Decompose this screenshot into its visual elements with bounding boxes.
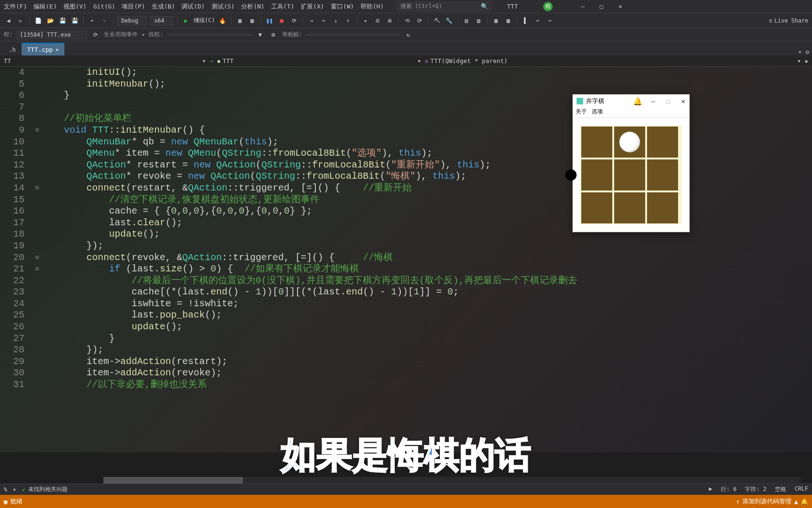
tool-icon[interactable]: ↻ <box>404 30 413 40</box>
tool-icon[interactable]: ▦ <box>248 16 257 25</box>
menu-item[interactable]: 文件(F) <box>4 3 27 10</box>
insert-mode[interactable]: 空格 <box>775 485 786 493</box>
issues-status[interactable]: 未找到相关问题 <box>28 485 68 493</box>
breadcrumb-method[interactable]: ◇ TTT(QWidget * parent) ▾ ✚ <box>425 57 808 64</box>
hot-reload-icon[interactable]: 🔥 <box>218 16 227 25</box>
code-editor[interactable]: 4567891011121314151617181920212223242526… <box>0 67 812 452</box>
step-into-icon[interactable]: ↓ <box>331 16 341 25</box>
board-cell[interactable] <box>581 192 612 223</box>
code-area[interactable]: initUI(); initMenubar(); } //初始化菜单栏 void… <box>41 67 812 391</box>
menu-item[interactable]: 编辑(E) <box>33 3 56 10</box>
step-over-icon[interactable]: ↷ <box>319 16 328 25</box>
menu-item[interactable]: 项目(P) <box>122 3 145 10</box>
tab-overflow-icon[interactable]: ▾ ⚙ <box>798 48 812 56</box>
stop-icon[interactable]: ■ <box>277 16 287 25</box>
game-menu-about[interactable]: 关于 <box>576 108 587 118</box>
line-ending[interactable]: CRLF <box>795 485 808 493</box>
board-cell[interactable] <box>647 127 678 158</box>
forward-icon[interactable]: ▶ <box>16 16 25 25</box>
tool-icon[interactable]: ⊡ <box>373 16 383 25</box>
minimize-button[interactable]: – <box>578 2 587 11</box>
tool-icon[interactable]: ▦ <box>235 16 245 25</box>
tool-icon[interactable]: ✦ <box>361 16 370 25</box>
menu-item[interactable]: 帮助(H) <box>360 3 383 10</box>
user-avatar[interactable]: 程 <box>543 2 553 11</box>
tool-icon[interactable]: ⊞ <box>269 30 278 40</box>
step-icon[interactable]: → <box>307 16 316 25</box>
menu-item[interactable]: 视图(V) <box>63 3 86 10</box>
menu-item[interactable]: 生成(B) <box>152 3 175 10</box>
game-window[interactable]: 井字棋 🔔 – ▢ ✕ 关于 选项 <box>572 94 690 232</box>
menu-item[interactable]: 测试(S) <box>211 3 234 10</box>
game-close-icon[interactable]: ✕ <box>679 97 687 105</box>
game-menu-options[interactable]: 选项 <box>592 108 603 118</box>
game-minimize-icon[interactable]: – <box>649 97 657 105</box>
new-file-icon[interactable]: 📄 <box>33 16 43 25</box>
tool-icon[interactable]: ⟳ <box>415 16 424 25</box>
tool-icon[interactable]: ✂ <box>533 16 543 25</box>
menu-item[interactable]: 扩展(X) <box>301 3 324 10</box>
open-icon[interactable]: 📂 <box>46 16 55 25</box>
board-cell[interactable] <box>581 159 612 190</box>
fold-gutter[interactable]: ⊟⊟⊟⊟ <box>33 67 41 391</box>
tool-icon[interactable]: ▦ <box>492 16 501 25</box>
menu-item[interactable]: 调试(D) <box>181 3 204 10</box>
pause-icon[interactable]: ❚❚ <box>265 16 274 25</box>
breadcrumb-namespace[interactable]: TT ▾ <box>4 57 206 64</box>
tool-icon[interactable]: ▌ <box>521 16 531 25</box>
continue-label[interactable]: 继续(C) <box>194 16 215 24</box>
tool-icon[interactable]: ▥ <box>474 16 484 25</box>
game-board[interactable] <box>573 118 689 232</box>
menu-item[interactable]: Git(G) <box>93 3 115 10</box>
scm-button[interactable]: 添加到源代码管理 <box>742 497 791 506</box>
save-all-icon[interactable]: 💾 <box>70 16 79 25</box>
board-cell[interactable] <box>647 192 678 223</box>
notifications-icon[interactable]: 🔔 <box>801 498 808 505</box>
tab-ttt-cpp[interactable]: TTT.cpp ✕ <box>22 43 64 56</box>
menu-item[interactable]: 窗口(W) <box>331 3 354 10</box>
tool-icon[interactable]: ⛏ <box>432 16 442 25</box>
thread-dropdown[interactable] <box>167 34 252 36</box>
tool-icon[interactable]: ✂ <box>546 16 555 25</box>
board-cell[interactable] <box>647 159 678 190</box>
scroll-arrow-icon[interactable]: ▶ <box>709 485 712 493</box>
up-arrow-icon: ↑ <box>736 498 740 505</box>
stackframe-dropdown[interactable] <box>306 34 400 36</box>
tab-close-icon[interactable]: ✕ <box>55 47 59 53</box>
platform-dropdown[interactable]: x64 <box>150 16 173 25</box>
menu-item[interactable]: 工具(T) <box>271 3 294 10</box>
menu-item[interactable]: 分析(N) <box>241 3 264 10</box>
board-cell[interactable] <box>614 127 645 158</box>
board-cell[interactable] <box>614 159 645 190</box>
zoom-percent[interactable]: % <box>4 486 7 493</box>
redo-icon[interactable]: ↷ <box>100 16 109 25</box>
maximize-button[interactable]: ▢ <box>597 2 606 11</box>
undo-icon[interactable]: ↶ <box>87 16 97 25</box>
game-titlebar[interactable]: 井字棋 🔔 – ▢ ✕ <box>573 95 689 108</box>
save-icon[interactable]: 💾 <box>58 16 67 25</box>
scrollbar-thumb[interactable] <box>103 477 243 484</box>
close-button[interactable]: ✕ <box>616 2 625 11</box>
game-maximize-icon[interactable]: ▢ <box>664 97 672 105</box>
board-cell[interactable] <box>614 192 645 223</box>
tool-icon[interactable]: ▦ <box>504 16 513 25</box>
tool-icon[interactable]: ⊞ <box>385 16 395 25</box>
board-cell[interactable] <box>581 127 612 158</box>
process-dropdown[interactable]: [13584] TTT.exe <box>16 31 87 39</box>
tool-icon[interactable]: 🔧 <box>445 16 454 25</box>
refresh-icon[interactable]: ⟳ <box>91 30 100 40</box>
notification-icon[interactable]: 🔔 <box>633 97 642 106</box>
step-out-icon[interactable]: ↑ <box>344 16 353 25</box>
back-icon[interactable]: ◀ <box>4 16 13 25</box>
filter-icon[interactable]: ▼ <box>256 30 265 40</box>
tab-header[interactable]: .h <box>3 44 22 56</box>
config-dropdown[interactable]: Debug <box>117 16 147 25</box>
continue-icon[interactable]: ▶ <box>181 16 191 25</box>
live-share-button[interactable]: ⎋ Live Share <box>769 17 808 24</box>
restart-icon[interactable]: ⟳ <box>289 16 299 25</box>
tool-icon[interactable]: ⟲ <box>403 16 412 25</box>
breadcrumb-class[interactable]: → ◆ TTT ▾ <box>210 57 421 64</box>
tool-icon[interactable]: ▤ <box>462 16 471 25</box>
search-input[interactable]: 搜索 (Ctrl+Q) <box>397 2 491 11</box>
stackframe-label: 堆栈帧: <box>282 31 302 39</box>
